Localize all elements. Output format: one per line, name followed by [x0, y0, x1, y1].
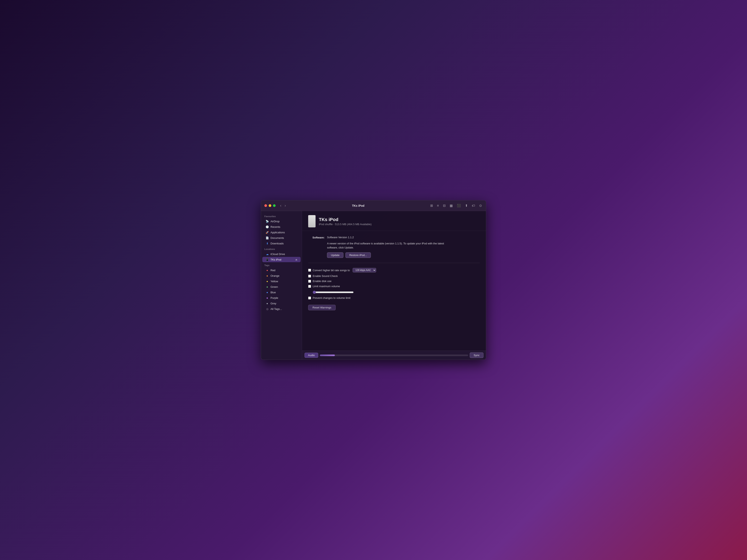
applications-icon: 🚀: [265, 231, 269, 234]
options-section: Convert higher bit rate songs to 128 kbp…: [308, 266, 480, 310]
downloads-icon: ⬇: [265, 242, 269, 245]
sidebar-item-applications[interactable]: 🚀 Applications: [262, 230, 301, 235]
bitrate-select[interactable]: 128 kbps AAC192 kbps AAC256 kbps AAC320 …: [353, 268, 376, 272]
convert-label: Convert higher bit rate songs to: [313, 269, 350, 272]
storage-fill: [320, 354, 335, 356]
sidebar-item-label: Recents: [271, 225, 280, 229]
content-area: TKs iPod iPod shuffle · 513.5 MB (464.5 …: [302, 211, 486, 359]
minimize-button[interactable]: [269, 204, 271, 207]
main-content: Favourites 📡 AirDrop 🕐 Recents 🚀 Applica…: [261, 211, 486, 359]
sound-check-row: Enable Sound Check: [308, 274, 480, 277]
tag-label: Orange: [271, 274, 279, 277]
update-button[interactable]: Update: [327, 252, 343, 258]
sidebar-item-tag-orange[interactable]: ● Orange: [262, 273, 301, 278]
volume-slider[interactable]: [313, 291, 354, 294]
disk-use-label: Enable disk use: [313, 279, 332, 283]
tag-blue-icon: ●: [265, 291, 269, 294]
finder-window: ‹ › TKs iPod ⊞ ≡ ⊟ ▦ ⬛ ⬆ 🏷 ⊙ Favourites …: [261, 200, 486, 360]
sidebar-item-tag-blue[interactable]: ● Blue: [262, 290, 301, 295]
back-button[interactable]: ‹: [279, 203, 283, 208]
sidebar-item-tag-purple[interactable]: ● Purple: [262, 295, 301, 300]
sidebar-item-label: AirDrop: [271, 220, 280, 223]
tag-red-icon: ●: [265, 269, 269, 272]
sidebar: Favourites 📡 AirDrop 🕐 Recents 🚀 Applica…: [261, 211, 302, 359]
window-title: TKs iPod: [287, 204, 430, 207]
traffic-lights: [264, 204, 276, 207]
tag-icon[interactable]: 🏷: [471, 203, 476, 208]
software-label: Software:: [308, 236, 325, 239]
sidebar-item-label: TKs iPod: [271, 258, 281, 261]
column-view-icon[interactable]: ⊟: [442, 203, 446, 208]
sidebar-item-icloud[interactable]: ☁ iCloud Drive: [262, 251, 301, 257]
tag-orange-icon: ●: [265, 274, 269, 277]
sidebar-item-tag-red[interactable]: ● Red: [262, 268, 301, 273]
tag-label: Grey: [271, 302, 276, 305]
software-version: Software Version 1.1.2: [327, 236, 354, 239]
locations-section-label: Locations: [261, 246, 302, 251]
documents-icon: 📄: [265, 236, 269, 239]
sidebar-item-downloads[interactable]: ⬇ Downloads: [262, 241, 301, 246]
sidebar-item-documents[interactable]: 📄 Documents: [262, 235, 301, 240]
prevent-changes-checkbox[interactable]: [308, 297, 311, 299]
tag-label: Yellow: [271, 280, 278, 283]
limit-volume-checkbox[interactable]: [308, 285, 311, 288]
share-icon[interactable]: ⬆: [464, 203, 468, 208]
tag-label: Purple: [271, 296, 278, 299]
gallery-view-icon[interactable]: ▦: [449, 203, 454, 208]
disk-use-row: Enable disk use: [308, 279, 480, 283]
sound-check-checkbox[interactable]: [308, 275, 311, 277]
limit-volume-row: Limit maximum volume: [308, 285, 480, 288]
sync-button[interactable]: Sync: [470, 352, 484, 358]
grid-view-icon[interactable]: ⊞: [430, 203, 434, 208]
more-icon[interactable]: ⊙: [478, 203, 483, 208]
tag-grey-icon: ●: [265, 302, 269, 305]
airdrop-icon: 📡: [265, 220, 269, 223]
eject-icon[interactable]: ⏏: [295, 258, 297, 261]
tag-purple-icon: ●: [265, 296, 269, 299]
favourites-section-label: Favourites: [261, 213, 302, 218]
reset-warnings-button[interactable]: Reset Warnings: [308, 305, 336, 310]
sidebar-item-label: iCloud Drive: [271, 252, 285, 256]
disk-use-checkbox[interactable]: [308, 280, 311, 283]
device-header: TKs iPod iPod shuffle · 513.5 MB (464.5 …: [302, 211, 486, 231]
all-tags-icon: ◎: [265, 307, 269, 311]
sound-check-label: Enable Sound Check: [313, 274, 338, 277]
nav-buttons: ‹ ›: [279, 203, 287, 208]
sidebar-item-tag-grey[interactable]: ● Grey: [262, 301, 301, 306]
restore-button[interactable]: Restore iPod...: [345, 252, 371, 258]
tag-label: All Tags...: [271, 308, 282, 311]
sidebar-item-label: Applications: [271, 231, 285, 234]
device-name: TKs iPod: [319, 217, 372, 222]
tag-label: Red: [271, 269, 276, 272]
close-button[interactable]: [264, 204, 267, 207]
recents-icon: 🕐: [265, 225, 269, 229]
button-row: Update Restore iPod...: [327, 252, 480, 258]
convert-bitrate-row: Convert higher bit rate songs to 128 kbp…: [308, 268, 480, 272]
sidebar-item-tag-yellow[interactable]: ● Yellow: [262, 278, 301, 284]
storage-bar: [320, 354, 468, 356]
update-message: A newer version of the iPod software is …: [327, 242, 446, 249]
software-row: Software: Software Version 1.1.2: [308, 236, 480, 239]
sidebar-item-all-tags[interactable]: ◎ All Tags...: [262, 306, 301, 312]
sidebar-item-label: Downloads: [271, 242, 284, 245]
sidebar-item-tks-ipod[interactable]: 📱 TKs iPod ⏏: [262, 257, 301, 262]
software-section: Software: Software Version 1.1.2 A newer…: [308, 236, 480, 258]
audio-tab[interactable]: Audio: [305, 353, 318, 358]
volume-slider-container: [308, 290, 480, 296]
content-scroll: Software: Software Version 1.1.2 A newer…: [302, 231, 486, 351]
convert-checkbox[interactable]: [308, 269, 311, 272]
maximize-button[interactable]: [273, 204, 276, 207]
device-icon: [308, 215, 315, 228]
sidebar-item-recents[interactable]: 🕐 Recents: [262, 224, 301, 230]
forward-button[interactable]: ›: [283, 203, 287, 208]
sidebar-item-tag-green[interactable]: ● Green: [262, 284, 301, 289]
sidebar-item-label: Documents: [271, 236, 284, 239]
tag-green-icon: ●: [265, 285, 269, 288]
list-view-icon[interactable]: ≡: [436, 203, 440, 208]
tags-section-label: Tags: [261, 262, 302, 267]
sidebar-item-airdrop[interactable]: 📡 AirDrop: [262, 219, 301, 224]
sort-icon[interactable]: ⬛: [456, 203, 462, 208]
tag-yellow-icon: ●: [265, 279, 269, 283]
bottom-bar: Audio Sync: [302, 351, 486, 359]
toolbar-icons: ⊞ ≡ ⊟ ▦ ⬛ ⬆ 🏷 ⊙: [430, 203, 483, 208]
